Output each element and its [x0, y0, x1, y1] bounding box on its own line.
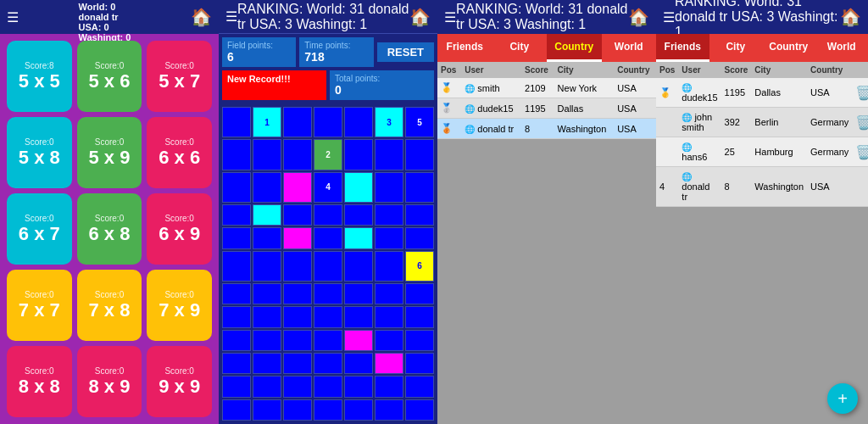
board-cell[interactable] [222, 330, 251, 351]
delete-cell[interactable]: 🗑️ [852, 137, 868, 167]
board-cell[interactable] [314, 306, 342, 327]
board-cell[interactable] [253, 227, 281, 248]
board-cell[interactable] [283, 139, 312, 170]
multiplication-cell[interactable]: Score:0 5 x 9 [77, 117, 142, 188]
board-cell[interactable] [222, 399, 251, 421]
tab-world-3[interactable]: World [602, 34, 657, 62]
board-cell[interactable] [222, 376, 251, 397]
delete-cell[interactable]: 🗑️ [852, 108, 868, 137]
board-cell[interactable] [405, 283, 434, 304]
tab-friends-3[interactable]: Friends [437, 34, 492, 62]
board-cell[interactable] [283, 204, 312, 226]
board-cell[interactable] [314, 399, 342, 421]
board-cell[interactable] [253, 139, 281, 170]
multiplication-cell[interactable]: Score:0 7 x 7 [7, 270, 72, 341]
board-cell[interactable] [222, 353, 251, 374]
board-cell[interactable] [283, 399, 312, 421]
board-cell[interactable] [222, 139, 251, 170]
fab-add[interactable]: + [827, 383, 858, 414]
board-cell[interactable] [375, 139, 403, 170]
board-cell[interactable]: 3 [375, 107, 403, 137]
board-cell[interactable] [283, 353, 312, 374]
board-cell[interactable]: 1 [253, 107, 281, 137]
board-cell[interactable] [314, 376, 342, 397]
board-cell[interactable] [344, 353, 373, 374]
home-icon-3[interactable]: 🏠 [628, 7, 649, 27]
board-cell[interactable] [344, 107, 373, 137]
board-cell[interactable] [344, 376, 373, 397]
board-cell[interactable] [405, 139, 434, 170]
multiplication-cell[interactable]: Score:0 5 x 8 [7, 117, 72, 188]
board-cell[interactable] [344, 330, 373, 351]
board-cell[interactable] [253, 283, 281, 304]
board-cell[interactable] [375, 353, 403, 374]
tab-country-4[interactable]: Country [762, 34, 815, 62]
board-cell[interactable] [253, 204, 281, 226]
board-cell[interactable] [375, 172, 403, 203]
board-cell[interactable] [253, 376, 281, 397]
board-cell[interactable] [253, 330, 281, 351]
board-cell[interactable] [314, 107, 342, 137]
board-cell[interactable] [375, 376, 403, 397]
board-cell[interactable] [314, 227, 342, 248]
board-cell[interactable] [253, 353, 281, 374]
multiplication-cell[interactable]: Score:0 8 x 8 [7, 346, 72, 417]
tab-city-3[interactable]: City [492, 34, 548, 62]
multiplication-cell[interactable]: Score:0 6 x 7 [7, 193, 72, 265]
board-cell[interactable] [344, 399, 373, 421]
board-cell[interactable] [314, 330, 342, 351]
board-cell[interactable]: 2 [314, 139, 342, 170]
board-cell[interactable] [344, 283, 373, 304]
tab-friends-4[interactable]: Friends [656, 34, 709, 62]
board-cell[interactable] [283, 251, 312, 282]
reset-button[interactable]: RESET [377, 42, 434, 62]
delete-icon[interactable]: 🗑️ [855, 145, 868, 159]
tab-world-4[interactable]: World [815, 34, 869, 62]
delete-icon[interactable]: 🗑️ [855, 115, 868, 130]
board-cell[interactable] [283, 172, 312, 203]
board-cell[interactable]: 6 [405, 251, 434, 282]
board-cell[interactable] [283, 330, 312, 351]
board-cell[interactable] [222, 306, 251, 327]
board-cell[interactable] [405, 306, 434, 327]
board-cell[interactable] [222, 107, 251, 137]
board-cell[interactable] [222, 283, 251, 304]
multiplication-cell[interactable]: Score:0 9 x 9 [147, 346, 212, 417]
multiplication-cell[interactable]: Score:0 6 x 9 [147, 193, 212, 265]
multiplication-cell[interactable]: Score:0 7 x 8 [77, 270, 142, 341]
board-cell[interactable] [283, 376, 312, 397]
board-cell[interactable] [222, 172, 251, 203]
board-cell[interactable] [344, 139, 373, 170]
board-cell[interactable] [314, 204, 342, 226]
board-cell[interactable] [222, 251, 251, 282]
board-cell[interactable] [253, 172, 281, 203]
board-cell[interactable] [314, 283, 342, 304]
board-cell[interactable] [375, 306, 403, 327]
board-cell[interactable] [253, 306, 281, 327]
delete-icon[interactable]: 🗑️ [855, 86, 868, 100]
board-cell[interactable] [283, 107, 312, 137]
board-cell[interactable] [375, 399, 403, 421]
board-cell[interactable] [283, 227, 312, 248]
multiplication-cell[interactable]: Score:0 8 x 9 [77, 346, 142, 417]
board-cell[interactable] [283, 283, 312, 304]
board-cell[interactable] [405, 227, 434, 248]
tab-city-4[interactable]: City [709, 34, 763, 62]
board-cell[interactable] [314, 251, 342, 282]
home-icon[interactable]: 🏠 [191, 7, 212, 27]
multiplication-cell[interactable]: Score:8 5 x 5 [7, 41, 72, 112]
home-icon-2[interactable]: 🏠 [409, 7, 431, 27]
board-cell[interactable] [222, 227, 251, 248]
board-cell[interactable] [375, 330, 403, 351]
board-cell[interactable] [314, 353, 342, 374]
board-cell[interactable] [344, 306, 373, 327]
board-cell[interactable] [375, 283, 403, 304]
hamburger-icon-4[interactable]: ☰ [663, 9, 675, 25]
multiplication-cell[interactable]: Score:0 5 x 7 [147, 41, 212, 112]
hamburger-icon-3[interactable]: ☰ [444, 9, 456, 25]
board-cell[interactable] [344, 172, 373, 203]
board-cell[interactable] [253, 399, 281, 421]
board-cell[interactable] [375, 204, 403, 226]
board-cell[interactable] [405, 399, 434, 421]
board-cell[interactable]: 5 [405, 107, 434, 137]
